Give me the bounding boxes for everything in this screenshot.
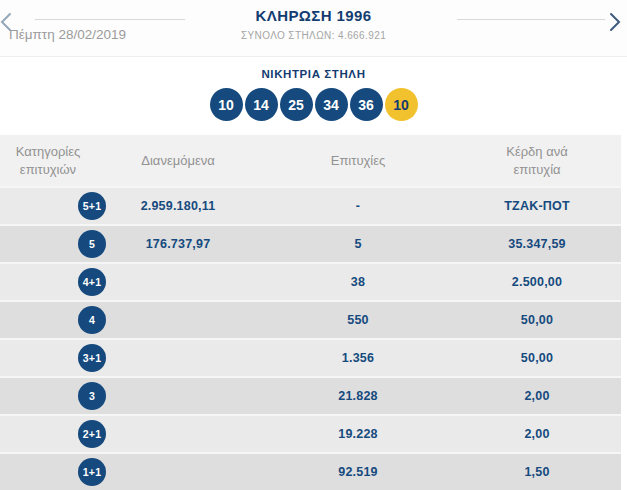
category-badge: 3 [78,382,106,410]
column-header-categories: Κατηγορίες επιτυχιών [0,143,130,178]
draw-title: ΚΛΗΡΩΣΗ 1996 [0,7,627,24]
per-win-cell: 35.347,59 [490,237,584,251]
category-badge: 4+1 [78,268,106,296]
wins-cell: 21.828 [226,389,490,403]
wins-cell: 92.519 [226,465,490,479]
total-columns: ΣΥΝΟΛΟ ΣΤΗΛΩΝ: 4.666.921 [0,30,627,41]
table-row: 1+192.5191,50 [0,452,621,490]
category-badge: 1+1 [78,458,106,486]
winning-number-ball: 14 [245,88,278,121]
category-cell: 3 [0,382,130,410]
wins-cell: 38 [226,275,490,289]
wins-cell: 550 [226,313,490,327]
category-cell: 3+1 [0,344,130,372]
category-badge: 5 [78,230,106,258]
table-row: 321.8282,00 [0,376,621,414]
draw-heading: ΚΛΗΡΩΣΗ 1996 ΣΥΝΟΛΟ ΣΤΗΛΩΝ: 4.666.921 [0,7,627,41]
table-row: 4+1382.500,00 [0,262,621,300]
table-row: 455050,00 [0,300,621,338]
table-row: 5+12.959.180,11-ΤΖΑΚ-ΠΟΤ [0,186,621,224]
next-draw-button[interactable] [607,10,624,37]
table-header: Κατηγορίες επιτυχιών Διανεμόμενα Επιτυχί… [0,135,621,186]
per-win-cell: 50,00 [490,351,584,365]
per-win-cell: 2,00 [490,389,584,403]
column-header-wins: Επιτυχίες [226,152,490,170]
category-cell: 4+1 [0,268,130,296]
distributed-cell: 176.737,97 [130,237,226,251]
table-body: 5+12.959.180,11-ΤΖΑΚ-ΠΟΤ5176.737,97535.3… [0,186,627,490]
category-cell: 4 [0,306,130,334]
per-win-cell: 50,00 [490,313,584,327]
chevron-right-icon [609,12,622,32]
table-row: 5176.737,97535.347,59 [0,224,621,262]
category-cell: 2+1 [0,420,130,448]
distributed-cell: 2.959.180,11 [130,199,226,213]
results-table: Κατηγορίες επιτυχιών Διανεμόμενα Επιτυχί… [0,135,627,490]
per-win-cell: 2,00 [490,427,584,441]
wins-cell: 1.356 [226,351,490,365]
category-badge: 4 [78,306,106,334]
category-badge: 5+1 [78,192,106,220]
table-row: 2+119.2282,00 [0,414,621,452]
column-header-per-win: Κέρδη ανά επιτυχία [490,143,584,178]
category-badge: 2+1 [78,420,106,448]
joker-number-ball: 10 [385,88,418,121]
divider [457,19,605,20]
winning-column-section: ΝΙΚΗΤΡΙΑ ΣΤΗΛΗ 101425343610 [0,57,627,135]
joker-draw-results: Πέμπτη 28/02/2019 ΚΛΗΡΩΣΗ 1996 ΣΥΝΟΛΟ ΣΤ… [0,0,627,490]
table-row: 3+11.35650,00 [0,338,621,376]
winning-column-title: ΝΙΚΗΤΡΙΑ ΣΤΗΛΗ [0,68,627,80]
category-cell: 5+1 [0,192,130,220]
per-win-cell: 2.500,00 [490,275,584,289]
per-win-cell: ΤΖΑΚ-ΠΟΤ [490,199,584,213]
per-win-cell: 1,50 [490,465,584,479]
winning-number-ball: 36 [350,88,383,121]
column-header-distributed: Διανεμόμενα [130,152,226,170]
winning-number-ball: 34 [315,88,348,121]
category-cell: 5 [0,230,130,258]
wins-cell: 19.228 [226,427,490,441]
wins-cell: 5 [226,237,490,251]
category-cell: 1+1 [0,458,130,486]
draw-navigator: Πέμπτη 28/02/2019 ΚΛΗΡΩΣΗ 1996 ΣΥΝΟΛΟ ΣΤ… [0,0,627,57]
winning-numbers: 101425343610 [0,88,627,121]
category-badge: 3+1 [78,344,106,372]
winning-number-ball: 10 [210,88,243,121]
winning-number-ball: 25 [280,88,313,121]
wins-cell: - [226,199,490,213]
